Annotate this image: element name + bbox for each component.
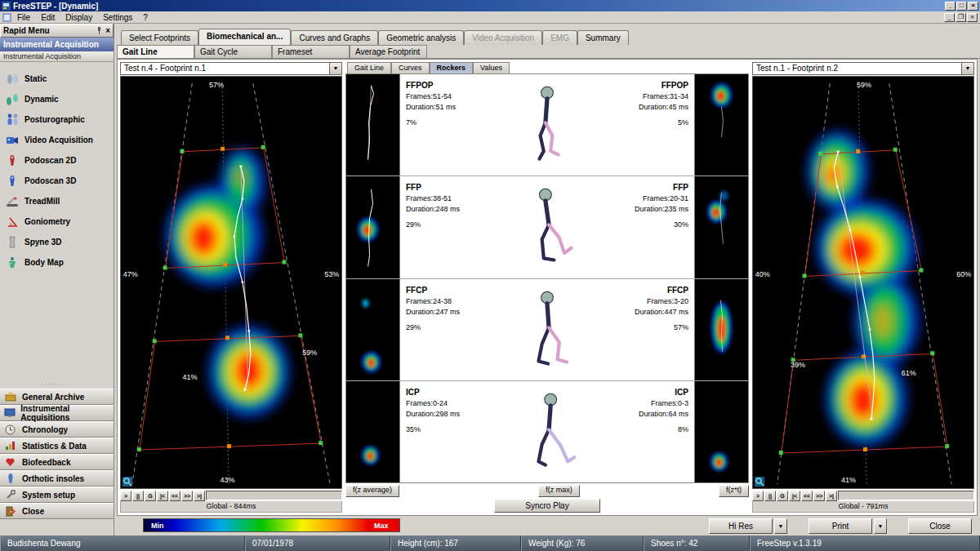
- chevron-down-icon: ▼: [961, 63, 973, 74]
- tab-geometric-analysis[interactable]: Geometric analysis: [378, 30, 464, 45]
- print-dropdown-icon[interactable]: ▼: [874, 518, 887, 534]
- title-bar: FreeSTEP - [Dynamic] _ □ ×: [0, 0, 980, 11]
- window-maximize-button[interactable]: □: [956, 2, 967, 11]
- hires-dropdown-icon[interactable]: ▼: [774, 518, 787, 534]
- menu-help[interactable]: ?: [138, 12, 153, 23]
- rewind-button[interactable]: <<: [801, 491, 813, 501]
- sidebar-item-goniometry[interactable]: Goniometry: [5, 211, 112, 232]
- window-minimize-button[interactable]: _: [945, 2, 956, 11]
- sidebar-item-podoscan-3d[interactable]: Podoscan 3D: [5, 171, 112, 191]
- g-button[interactable]: G: [777, 491, 788, 501]
- subtab-average-footprint[interactable]: Average Footprint: [350, 45, 427, 58]
- forward-button[interactable]: >>: [181, 491, 193, 501]
- tab-emg[interactable]: EMG: [542, 30, 577, 45]
- phase-frames: Frames:0-24: [406, 399, 504, 407]
- rapid-menu-header: Rapid Menu ×: [0, 24, 114, 38]
- right-player-controls: > || G |< << >> >|: [752, 490, 974, 501]
- syncro-play-button[interactable]: Syncro Play: [494, 499, 600, 513]
- first-frame-button[interactable]: |<: [789, 491, 800, 501]
- patient-weight: Weight (Kg): 76: [521, 535, 644, 551]
- menu-edit[interactable]: Edit: [36, 12, 60, 23]
- fz-average-button[interactable]: f(z average): [345, 485, 399, 497]
- first-frame-button[interactable]: |<: [157, 491, 168, 501]
- menu-settings[interactable]: Settings: [98, 12, 137, 23]
- pct-top: 59%: [857, 81, 871, 89]
- subtab-frameset[interactable]: Frameset: [272, 45, 350, 58]
- tab-summary[interactable]: Summary: [577, 30, 629, 45]
- patient-name: Budishenta Dewang: [0, 535, 245, 551]
- right-footprint-selector[interactable]: Test n.1 - Footprint n.2 ▼: [752, 62, 974, 75]
- last-frame-button[interactable]: >|: [194, 491, 205, 501]
- rewind-button[interactable]: <<: [169, 491, 180, 501]
- last-frame-button[interactable]: >|: [826, 491, 837, 501]
- sidebar-item-posturographic[interactable]: Posturographic: [5, 109, 112, 130]
- canvas-tool-icon[interactable]: [122, 477, 132, 487]
- sidebar-section-biofeedback[interactable]: Biofeedback: [0, 454, 114, 470]
- treadmill-icon: [5, 195, 19, 208]
- sidebar-section-chronology[interactable]: Chronology: [0, 421, 114, 438]
- phase-frames: Frames:38-51: [406, 194, 504, 202]
- hires-button-group: Hi Res ▼: [709, 518, 787, 534]
- menu-file[interactable]: File: [12, 12, 35, 23]
- sidebar-item-label: Body Map: [24, 258, 64, 267]
- child-minimize-button[interactable]: _: [944, 13, 955, 22]
- forward-button[interactable]: >>: [813, 491, 825, 501]
- sidebar-item-label: Spyne 3D: [24, 238, 62, 247]
- pause-button[interactable]: ||: [764, 491, 776, 501]
- sidebar-section-statistics[interactable]: Statistics & Data: [0, 438, 114, 454]
- left-footprint-selector[interactable]: Test n.4 - Footprint n.1 ▼: [120, 62, 342, 75]
- sidebar-section-instrumental-acquisitions[interactable]: Instrumental Acquisitions: [0, 405, 114, 421]
- tab-curves-and-graphs[interactable]: Curves and Graphs: [291, 30, 378, 45]
- sidebar-section-system-setup[interactable]: System setup: [0, 487, 114, 503]
- phase-duration: Duration:51 ms: [406, 103, 504, 111]
- pct-mid-right: 53%: [324, 270, 339, 278]
- ctab-values[interactable]: Values: [473, 62, 510, 73]
- phase-percent: 29%: [406, 220, 504, 229]
- chevron-down-icon: ▼: [329, 63, 341, 74]
- menu-display[interactable]: Display: [60, 12, 97, 23]
- fz-max-button[interactable]: f(z max): [538, 485, 580, 497]
- child-close-button[interactable]: ×: [967, 13, 978, 22]
- right-phase-thumbnail: [694, 176, 748, 278]
- sidebar-close-icon[interactable]: ×: [105, 26, 110, 35]
- window-close-button[interactable]: ×: [968, 2, 978, 11]
- fz-t-button[interactable]: f(z*t): [719, 485, 749, 497]
- subtab-gait-line[interactable]: Gait Line: [117, 45, 194, 58]
- sidebar-item-body-map[interactable]: Body Map: [5, 252, 112, 273]
- sidebar-section-general-archive[interactable]: General Archive: [0, 389, 114, 405]
- sidebar-section-close[interactable]: Close: [0, 503, 114, 519]
- pin-icon[interactable]: [96, 26, 103, 36]
- sidebar-item-spyne-3d[interactable]: Spyne 3D: [5, 232, 112, 252]
- pause-button[interactable]: ||: [132, 491, 144, 501]
- tab-video-acquisition[interactable]: Video Acquisition: [464, 30, 542, 45]
- close-button[interactable]: Close: [908, 518, 972, 534]
- ctab-gait-line[interactable]: Gait Line: [347, 62, 391, 73]
- canvas-tool-icon[interactable]: [755, 477, 764, 487]
- left-seek-bar[interactable]: [206, 491, 342, 500]
- left-phase-thumbnail: [346, 74, 400, 176]
- hires-button[interactable]: Hi Res: [709, 518, 773, 534]
- g-button[interactable]: G: [145, 491, 156, 501]
- play-button[interactable]: >: [752, 491, 764, 501]
- sidebar-item-treadmill[interactable]: TreadMill: [5, 191, 112, 211]
- play-button[interactable]: >: [120, 491, 131, 501]
- phase-name: FFCP: [590, 286, 688, 295]
- phase-percent: 5%: [590, 118, 688, 127]
- insole-icon: [3, 472, 17, 485]
- sidebar-section-orthotic-insoles[interactable]: Orthotic insoles: [0, 470, 114, 487]
- sidebar-item-video-acquisition[interactable]: Video Acquisition: [5, 130, 112, 150]
- sidebar-item-static[interactable]: Static: [5, 69, 112, 89]
- tab-select-footprints[interactable]: Select Footprints: [121, 30, 198, 45]
- ctab-rockers[interactable]: Rockers: [430, 62, 474, 73]
- child-restore-button[interactable]: ❐: [956, 13, 966, 22]
- fx-button-row: f(z average) f(z max) f(z*t): [345, 485, 749, 497]
- ctab-curves[interactable]: Curves: [391, 62, 430, 73]
- left-phase-info: FFCP Frames:24-38 Duration:247 ms 29%: [400, 279, 510, 380]
- right-seek-bar[interactable]: [838, 491, 974, 500]
- gait-figure-ffcp: [510, 279, 585, 380]
- subtab-gait-cycle[interactable]: Gait Cycle: [194, 45, 272, 58]
- sidebar-item-dynamic[interactable]: Dynamic: [5, 89, 112, 109]
- print-button[interactable]: Print: [808, 518, 872, 534]
- sidebar-item-podoscan-2d[interactable]: Podoscan 2D: [5, 150, 112, 171]
- tab-biomechanical-analysis[interactable]: Biomechanical an...: [198, 29, 291, 45]
